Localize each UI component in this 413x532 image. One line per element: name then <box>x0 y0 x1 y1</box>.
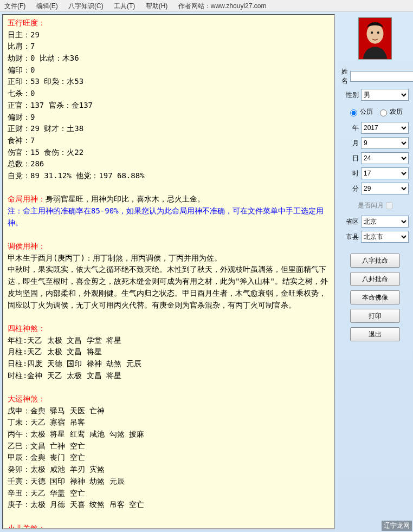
dayun-line: 丙午：太极 将星 红鸾 咸池 勾煞 披麻 <box>8 429 330 440</box>
province-select[interactable]: 北京 <box>361 216 409 228</box>
btn-bazi[interactable]: 八字批命 <box>350 254 400 268</box>
tiaohou-body: 甲木生于酉月(庚丙丁)：用丁制煞，用丙调侯，丁丙并用为佐。 中秋时，果实既实，依… <box>8 252 330 311</box>
gender-label: 性别 <box>341 90 359 100</box>
line-shishen: 食神：7 <box>8 135 330 147</box>
hour-label: 时 <box>341 169 359 178</box>
line-zidang: 自党：89 31.12% 他党：197 68.88% <box>8 170 330 182</box>
watermark: 辽宁龙网 <box>382 521 412 531</box>
menu-help[interactable]: 帮助(H) <box>146 2 168 10</box>
sidebar: 姓名 性别 男 公历 农历 年 2017 月 9 日 24 时 17 分 29 <box>337 12 413 531</box>
dayun-line: 甲辰：金舆 丧门 空亡 <box>8 452 330 464</box>
section-tiaohou-title: 调侯用神： <box>8 241 330 252</box>
menu-bazi[interactable]: 八字知识(C) <box>68 2 104 10</box>
minute-label: 分 <box>341 184 359 193</box>
sizhu-line: 月柱:天乙 太极 文昌 将星 <box>8 346 330 358</box>
radio-lunar[interactable]: 农历 <box>377 107 403 116</box>
day-label: 日 <box>341 154 359 163</box>
menu-file[interactable]: 文件(F) <box>4 2 25 10</box>
btn-exit[interactable]: 退出 <box>350 327 400 341</box>
section-xiaoer-title: 小儿关煞： <box>8 523 330 529</box>
line-zhengcai: 正财：29 财才：土38 <box>8 123 330 135</box>
month-label: 月 <box>341 139 359 148</box>
year-select[interactable]: 2017 <box>361 122 409 134</box>
line-mingju: 命局用神：身弱官星旺，用神为印比，喜水木，忌火土金。 <box>8 193 330 205</box>
main-text-pane[interactable]: 五行旺度： 日主：29 比肩：7 劫财：0 比劫：木36 偏印：0 正印：53 … <box>2 14 335 529</box>
line-qisha: 七杀：0 <box>8 88 330 100</box>
dayun-line: 癸卯：太极 咸池 羊刃 灾煞 <box>8 464 330 476</box>
sizhu-line: 时柱:金神 天乙 太极 文昌 将星 <box>8 370 330 382</box>
svg-point-2 <box>371 31 373 34</box>
btn-foxiang[interactable]: 本命佛像 <box>350 290 400 304</box>
section-dayun-title: 大运神煞： <box>8 393 330 405</box>
radio-solar[interactable]: 公历 <box>347 107 373 116</box>
section-wuxing-title: 五行旺度： <box>8 17 330 29</box>
leap-label: 是否闰月 <box>358 201 384 210</box>
line-rizhu: 日主：29 <box>8 29 330 41</box>
avatar <box>358 17 392 60</box>
name-input[interactable] <box>350 71 413 82</box>
line-shangguan: 伤官：15 食伤：火22 <box>8 147 330 159</box>
dayun-line: 乙巳：文昌 亡神 空亡 <box>8 440 330 452</box>
menu-tools[interactable]: 工具(T) <box>114 2 135 10</box>
year-label: 年 <box>341 124 359 133</box>
line-pianyin: 偏印：0 <box>8 64 330 76</box>
sizhu-line: 日柱:四废 天德 国印 禄神 劫煞 元辰 <box>8 358 330 370</box>
section-sizhu-title: 四柱神煞： <box>8 323 330 335</box>
province-label: 省区 <box>341 217 359 226</box>
dayun-line: 壬寅：天德 国印 禄神 劫煞 元辰 <box>8 476 330 488</box>
mingju-text: 身弱官星旺，用神为印比，喜水木，忌火土金。 <box>46 194 205 203</box>
gender-select[interactable]: 男 <box>361 89 409 101</box>
menu-author[interactable]: 作者网站：www.zhouyi27.com <box>178 2 267 10</box>
btn-bagua[interactable]: 八卦批命 <box>350 272 400 286</box>
svg-point-1 <box>367 24 384 44</box>
menu-edit[interactable]: 编辑(E) <box>36 2 58 10</box>
dayun-line: 庚子：太极 月德 天喜 绞煞 吊客 空亡 <box>8 499 330 511</box>
line-note: 注：命主用神的准确率在85-90%，如果您认为此命局用神不准确，可在文件菜单中手… <box>8 205 330 229</box>
month-select[interactable]: 9 <box>361 137 409 149</box>
dayun-line: 辛丑：天乙 华盖 空亡 <box>8 488 330 499</box>
city-select[interactable]: 北京市 <box>361 231 409 243</box>
hour-select[interactable]: 17 <box>361 167 409 179</box>
line-zongshu: 总数：286 <box>8 158 330 170</box>
mingju-label: 命局用神： <box>8 194 46 203</box>
minute-select[interactable]: 29 <box>361 183 409 194</box>
svg-point-3 <box>377 31 379 34</box>
line-jiecai: 劫财：0 比劫：木36 <box>8 53 330 64</box>
line-bijian: 比肩：7 <box>8 41 330 53</box>
city-label: 市县 <box>341 232 359 242</box>
sizhu-line: 年柱:天乙 太极 文昌 学堂 将星 <box>8 335 330 347</box>
leap-checkbox <box>386 202 393 209</box>
day-select[interactable]: 24 <box>361 152 409 164</box>
line-piancai: 偏财：9 <box>8 112 330 124</box>
menubar: 文件(F) 编辑(E) 八字知识(C) 工具(T) 帮助(H) 作者网站：www… <box>0 0 413 12</box>
btn-print[interactable]: 打印 <box>350 309 400 323</box>
dayun-line: 丁未：天乙 寡宿 吊客 <box>8 417 330 429</box>
name-label: 姓名 <box>341 67 348 86</box>
line-zhengguan: 正官：137 官杀：金137 <box>8 100 330 112</box>
dayun-line: 戊申：金舆 驿马 天医 亡神 <box>8 405 330 417</box>
line-zhengyin: 正印：53 印枭：水53 <box>8 76 330 88</box>
